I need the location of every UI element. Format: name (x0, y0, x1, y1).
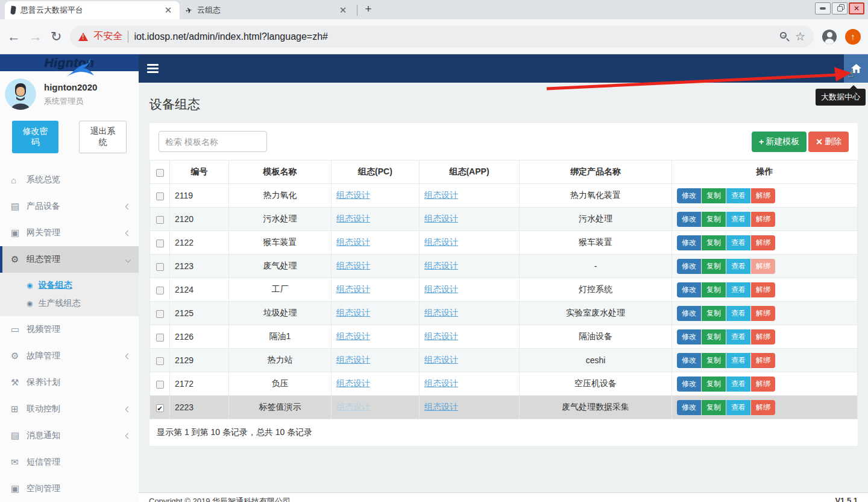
unbind-button[interactable]: 解绑 (751, 400, 775, 415)
pc-config-link[interactable]: 组态设计 (336, 331, 370, 341)
edit-button[interactable]: 修改 (677, 235, 701, 250)
unbind-button[interactable]: 解绑 (751, 188, 775, 203)
app-config-link[interactable]: 组态设计 (424, 378, 458, 388)
sidebar-item-保养计划[interactable]: ⚒保养计划 (0, 369, 139, 396)
select-all-checkbox[interactable] (156, 169, 164, 177)
app-config-link[interactable]: 组态设计 (424, 308, 458, 317)
tab-cloud-config[interactable]: ✈ 云组态 ✕ (180, 1, 354, 19)
view-button[interactable]: 查看 (726, 235, 750, 250)
app-config-link[interactable]: 组态设计 (424, 355, 458, 364)
view-button[interactable]: 查看 (726, 400, 750, 415)
sidebar-item-联动控制[interactable]: ⊞联动控制 (0, 396, 139, 422)
copy-button[interactable]: 复制 (702, 212, 726, 227)
view-button[interactable]: 查看 (726, 282, 750, 297)
browser-profile-icon[interactable] (822, 30, 837, 44)
edit-button[interactable]: 修改 (677, 329, 701, 345)
bigdata-center-home-button[interactable]: ☝ (844, 54, 868, 83)
tab-dashboard[interactable]: 思普云大数据平台 ✕ (5, 1, 180, 19)
copy-button[interactable]: 复制 (702, 188, 726, 203)
copy-button[interactable]: 复制 (702, 235, 726, 250)
copy-button[interactable]: 复制 (702, 259, 726, 274)
unbind-button[interactable]: 解绑 (751, 259, 775, 274)
app-config-link[interactable]: 组态设计 (424, 190, 458, 200)
unbind-button[interactable]: 解绑 (751, 212, 775, 227)
copy-button[interactable]: 复制 (702, 329, 726, 345)
sidebar-item-系统总览[interactable]: ⌂系统总览 (0, 167, 139, 193)
pc-config-link[interactable]: 组态设计 (336, 378, 370, 388)
edit-button[interactable]: 修改 (677, 376, 701, 392)
row-checkbox[interactable] (156, 357, 164, 365)
app-config-link[interactable]: 组态设计 (424, 237, 458, 247)
edit-button[interactable]: 修改 (677, 259, 701, 274)
address-bar[interactable]: 不安全 iot.idosp.net/admin/index.html?langu… (70, 26, 814, 48)
view-button[interactable]: 查看 (726, 259, 750, 274)
row-checkbox[interactable] (156, 192, 164, 200)
zoom-out-icon[interactable] (780, 32, 790, 42)
edit-button[interactable]: 修改 (677, 188, 701, 203)
sidebar-toggle-button[interactable] (147, 64, 159, 73)
row-checkbox[interactable]: ✔ (156, 404, 164, 412)
restore-button[interactable] (832, 2, 848, 14)
submenu-item-设备组态[interactable]: ◉设备组态 (0, 276, 139, 294)
pc-config-link[interactable]: 组态设计 (336, 402, 370, 411)
unbind-button[interactable]: 解绑 (751, 353, 775, 368)
unbind-button[interactable]: 解绑 (751, 329, 775, 345)
sidebar-item-产品设备[interactable]: ▤产品设备 (0, 193, 139, 220)
edit-button[interactable]: 修改 (677, 306, 701, 321)
browser-update-icon[interactable]: ↑ (845, 29, 861, 45)
edit-button[interactable]: 修改 (677, 282, 701, 297)
view-button[interactable]: 查看 (726, 353, 750, 368)
sidebar-item-故障管理[interactable]: ⚙故障管理 (0, 343, 139, 369)
tab-close-icon[interactable]: ✕ (163, 5, 174, 16)
row-checkbox[interactable] (156, 287, 164, 294)
edit-button[interactable]: 修改 (677, 212, 701, 227)
back-icon[interactable]: ← (7, 30, 20, 43)
unbind-button[interactable]: 解绑 (751, 376, 775, 392)
copy-button[interactable]: 复制 (702, 400, 726, 415)
sidebar-item-网关管理[interactable]: ▣网关管理 (0, 220, 139, 246)
pc-config-link[interactable]: 组态设计 (336, 190, 370, 200)
app-config-link[interactable]: 组态设计 (424, 402, 458, 411)
sidebar-item-空间管理[interactable]: ▣空间管理 (0, 475, 139, 502)
view-button[interactable]: 查看 (726, 212, 750, 227)
sidebar-item-组态管理[interactable]: ⚙组态管理 (0, 246, 139, 273)
row-checkbox[interactable] (156, 240, 164, 247)
edit-button[interactable]: 修改 (677, 400, 701, 415)
tab-close-icon[interactable]: ✕ (338, 5, 348, 16)
view-button[interactable]: 查看 (726, 329, 750, 345)
copy-button[interactable]: 复制 (702, 353, 726, 368)
unbind-button[interactable]: 解绑 (751, 282, 775, 297)
submenu-item-生产线组态[interactable]: ◉生产线组态 (0, 294, 139, 313)
copy-button[interactable]: 复制 (702, 306, 726, 321)
reload-icon[interactable]: ↻ (51, 30, 61, 43)
sidebar-item-短信管理[interactable]: ✉短信管理 (0, 449, 139, 475)
minimize-button[interactable] (815, 2, 831, 14)
copy-button[interactable]: 复制 (702, 376, 726, 392)
app-config-link[interactable]: 组态设计 (424, 214, 458, 223)
forward-icon[interactable]: → (29, 30, 42, 43)
pc-config-link[interactable]: 组态设计 (336, 237, 370, 247)
app-config-link[interactable]: 组态设计 (424, 284, 458, 294)
row-checkbox[interactable] (156, 263, 164, 271)
pc-config-link[interactable]: 组态设计 (336, 284, 370, 294)
app-config-link[interactable]: 组态设计 (424, 331, 458, 341)
sidebar-item-视频管理[interactable]: ▭视频管理 (0, 316, 139, 343)
row-checkbox[interactable] (156, 216, 164, 224)
new-tab-button[interactable]: + (360, 1, 377, 18)
search-input[interactable] (159, 131, 267, 152)
copy-button[interactable]: 复制 (702, 282, 726, 297)
pc-config-link[interactable]: 组态设计 (336, 261, 370, 270)
view-button[interactable]: 查看 (726, 376, 750, 392)
view-button[interactable]: 查看 (726, 188, 750, 203)
pc-config-link[interactable]: 组态设计 (336, 308, 370, 317)
pc-config-link[interactable]: 组态设计 (336, 214, 370, 223)
pc-config-link[interactable]: 组态设计 (336, 355, 370, 364)
unbind-button[interactable]: 解绑 (751, 306, 775, 321)
sidebar-item-消息通知[interactable]: ▤消息通知 (0, 422, 139, 449)
close-button[interactable]: ✕ (849, 2, 864, 14)
unbind-button[interactable]: 解绑 (751, 235, 775, 250)
new-template-button[interactable]: +新建模板 (752, 132, 807, 152)
view-button[interactable]: 查看 (726, 306, 750, 321)
row-checkbox[interactable] (156, 381, 164, 389)
change-password-button[interactable]: 修改密码 (12, 121, 58, 153)
